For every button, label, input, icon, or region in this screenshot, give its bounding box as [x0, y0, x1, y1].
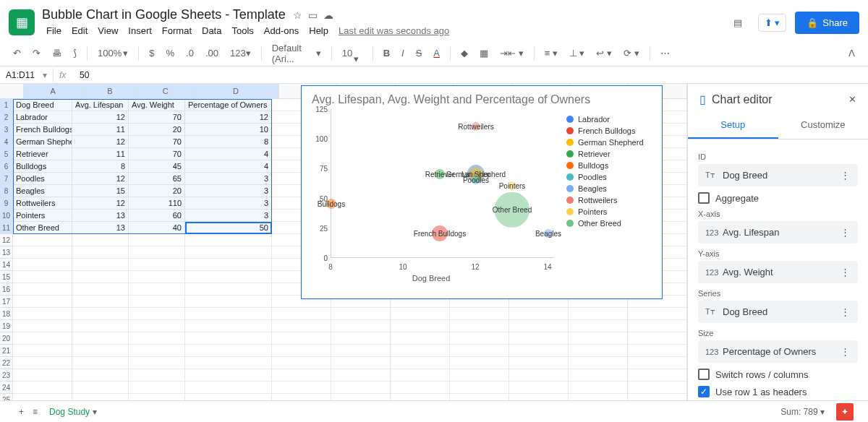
- cell[interactable]: [13, 308, 72, 320]
- cell[interactable]: 11: [72, 148, 129, 160]
- cell[interactable]: 20: [129, 185, 185, 197]
- cell[interactable]: [450, 308, 509, 320]
- cell[interactable]: [509, 382, 569, 394]
- cell[interactable]: [185, 259, 272, 271]
- switch-rows-checkbox[interactable]: Switch rows / columns: [698, 369, 858, 380]
- cell[interactable]: [72, 369, 129, 382]
- cell[interactable]: [628, 394, 687, 400]
- row-header[interactable]: 23: [0, 369, 12, 382]
- cell[interactable]: 110: [129, 197, 185, 210]
- cell[interactable]: [129, 382, 185, 394]
- cell[interactable]: Other Breed: [13, 222, 72, 234]
- cell[interactable]: 12: [72, 136, 129, 148]
- cell[interactable]: [13, 234, 72, 246]
- row-header[interactable]: 15: [0, 271, 12, 283]
- cell[interactable]: [72, 394, 129, 400]
- cell[interactable]: [72, 259, 129, 271]
- doc-title[interactable]: Bubble Chart in Google Sheets - Template: [42, 7, 286, 22]
- cell[interactable]: [628, 345, 687, 357]
- strike-icon[interactable]: S: [412, 45, 427, 61]
- cell[interactable]: 12: [72, 173, 129, 185]
- row-header[interactable]: 9: [0, 197, 12, 210]
- cell[interactable]: [129, 283, 185, 296]
- cell[interactable]: Avg. Weight: [129, 99, 185, 111]
- merge-icon[interactable]: ⇥⇤ ▾: [495, 45, 528, 61]
- cell[interactable]: [569, 332, 628, 345]
- cell[interactable]: [331, 308, 391, 320]
- cell[interactable]: [13, 283, 72, 296]
- font-size[interactable]: 10 ▾: [338, 40, 367, 67]
- aggregate-checkbox[interactable]: Aggregate: [698, 192, 858, 204]
- cell[interactable]: [628, 308, 687, 320]
- cell[interactable]: [72, 382, 129, 394]
- quicksum[interactable]: Sum: 789 ▾: [775, 404, 830, 420]
- cell[interactable]: [331, 332, 391, 345]
- bold-icon[interactable]: B: [379, 45, 394, 61]
- menu-data[interactable]: Data: [197, 24, 226, 38]
- cell[interactable]: [272, 382, 331, 394]
- cell[interactable]: 40: [129, 222, 185, 234]
- select-all-corner[interactable]: [0, 84, 24, 98]
- cell[interactable]: 70: [129, 148, 185, 160]
- cell[interactable]: [391, 345, 450, 357]
- row-header[interactable]: 8: [0, 185, 12, 197]
- cell[interactable]: [331, 394, 391, 400]
- currency-icon[interactable]: $: [145, 45, 158, 61]
- cell[interactable]: [450, 345, 509, 357]
- cell[interactable]: [272, 345, 331, 357]
- cell[interactable]: [72, 345, 129, 357]
- more-icon[interactable]: ⋯: [656, 45, 674, 61]
- tab-customize[interactable]: Customize: [778, 112, 869, 139]
- cell[interactable]: [185, 320, 272, 332]
- cell[interactable]: [72, 357, 129, 369]
- row-header[interactable]: 13: [0, 246, 12, 259]
- cloud-icon[interactable]: ☁: [323, 9, 333, 21]
- cell[interactable]: [13, 382, 72, 394]
- more-icon[interactable]: ⋮: [841, 170, 851, 181]
- cell[interactable]: 8: [72, 160, 129, 173]
- sheet-tab[interactable]: Dog Study ▾: [42, 404, 104, 420]
- cell[interactable]: [129, 345, 185, 357]
- cell[interactable]: 4: [185, 160, 272, 173]
- cell[interactable]: [391, 308, 450, 320]
- cell[interactable]: [72, 308, 129, 320]
- cell[interactable]: [129, 308, 185, 320]
- cell[interactable]: [509, 394, 569, 400]
- dec-increase-icon[interactable]: .00: [201, 45, 223, 61]
- cell[interactable]: Avg. Lifespan: [72, 99, 129, 111]
- cell[interactable]: [450, 382, 509, 394]
- cell[interactable]: [13, 369, 72, 382]
- row-header[interactable]: 19: [0, 320, 12, 332]
- menu-insert[interactable]: Insert: [124, 24, 156, 38]
- cell[interactable]: [509, 320, 569, 332]
- cell[interactable]: Retriever: [13, 148, 72, 160]
- share-button[interactable]: 🔒 Share: [795, 12, 859, 34]
- cell[interactable]: [391, 382, 450, 394]
- redo-icon[interactable]: ↷: [28, 45, 45, 61]
- cell[interactable]: [272, 320, 331, 332]
- chart-title[interactable]: Avg. Lifespan, Avg. Weight and Percentag…: [302, 86, 662, 109]
- borders-icon[interactable]: ▦: [475, 45, 493, 61]
- cell[interactable]: [72, 296, 129, 308]
- cell[interactable]: [13, 345, 72, 357]
- cell[interactable]: [13, 271, 72, 283]
- row-header[interactable]: 18: [0, 308, 12, 320]
- rotate-icon[interactable]: ⟳ ▾: [619, 45, 644, 61]
- menu-help[interactable]: Help: [305, 24, 333, 38]
- cell[interactable]: [72, 320, 129, 332]
- use-row1-checkbox[interactable]: ✓Use row 1 as headers: [698, 386, 858, 397]
- col-header[interactable]: C: [138, 84, 194, 98]
- cell[interactable]: 70: [129, 111, 185, 124]
- cell[interactable]: [331, 357, 391, 369]
- cell[interactable]: [13, 357, 72, 369]
- menu-edit[interactable]: Edit: [67, 24, 92, 38]
- all-sheets-icon[interactable]: ≡: [28, 404, 42, 420]
- cell[interactable]: [129, 357, 185, 369]
- menu-add-ons[interactable]: Add-ons: [260, 24, 303, 38]
- col-header[interactable]: D: [194, 84, 279, 98]
- cell[interactable]: 20: [129, 124, 185, 136]
- cell[interactable]: 15: [72, 185, 129, 197]
- cell[interactable]: [509, 308, 569, 320]
- row-header[interactable]: 20: [0, 332, 12, 345]
- cell[interactable]: [185, 296, 272, 308]
